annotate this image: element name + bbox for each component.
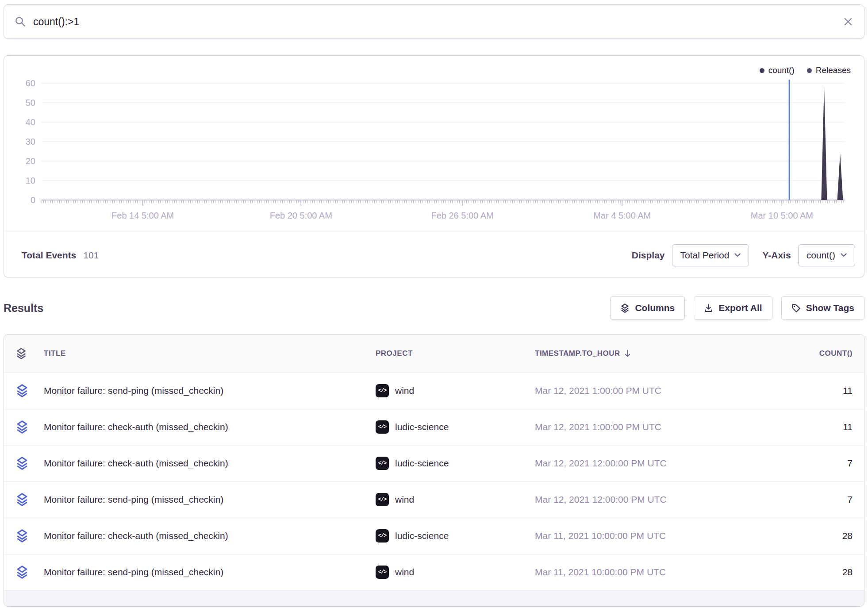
row-project[interactable]: </> wind <box>376 384 535 397</box>
project-name: wind <box>395 567 414 577</box>
results-title: Results <box>4 302 43 315</box>
svg-text:0: 0 <box>31 195 35 205</box>
stack-icon <box>15 529 44 543</box>
table-row[interactable]: Monitor failure: send-ping (missed_check… <box>4 373 864 409</box>
svg-text:Feb 20 5:00 AM: Feb 20 5:00 AM <box>270 211 332 220</box>
stack-icon <box>15 566 44 579</box>
table-body: Monitor failure: send-ping (missed_check… <box>4 373 864 591</box>
project-name: ludic-science <box>395 531 449 541</box>
row-title-link[interactable]: Monitor failure: check-auth (missed_chec… <box>44 458 376 469</box>
legend-item[interactable]: Releases <box>807 65 851 75</box>
table-footer <box>4 591 864 606</box>
svg-text:Mar 4 5:00 AM: Mar 4 5:00 AM <box>593 211 651 220</box>
row-timestamp: Mar 11, 2021 10:00:00 PM UTC <box>535 531 756 541</box>
svg-text:50: 50 <box>26 98 35 108</box>
table-row[interactable]: Monitor failure: check-auth (missed_chec… <box>4 409 864 446</box>
stack-icon <box>15 384 44 397</box>
project-platform-icon: </> <box>376 493 389 506</box>
stack-icon <box>620 304 630 313</box>
project-name: ludic-science <box>395 422 449 432</box>
svg-text:40: 40 <box>26 117 35 127</box>
total-events-label: Total Events <box>22 250 76 261</box>
chevron-down-icon <box>734 253 741 257</box>
svg-text:Mar 10 5:00 AM: Mar 10 5:00 AM <box>751 211 813 220</box>
table-header-row: TITLE PROJECT TIMESTAMP.TO_HOUR COUNT() <box>4 335 864 373</box>
legend-label: count() <box>768 65 795 75</box>
column-header-project[interactable]: PROJECT <box>376 349 535 358</box>
svg-text:Feb 26 5:00 AM: Feb 26 5:00 AM <box>431 211 493 220</box>
row-timestamp: Mar 12, 2021 1:00:00 PM UTC <box>535 422 756 432</box>
row-title-link[interactable]: Monitor failure: check-auth (missed_chec… <box>44 422 376 432</box>
row-count: 7 <box>756 494 853 505</box>
events-over-time-chart[interactable]: 0102030405060Feb 14 5:00 AMFeb 20 5:00 A… <box>4 56 865 233</box>
row-timestamp: Mar 12, 2021 12:00:00 PM UTC <box>535 458 756 469</box>
total-events-value: 101 <box>83 250 99 261</box>
project-platform-icon: </> <box>376 420 389 434</box>
svg-text:60: 60 <box>26 78 35 88</box>
project-name: wind <box>395 385 414 396</box>
svg-text:10: 10 <box>26 176 35 185</box>
column-header-count[interactable]: COUNT() <box>756 349 853 358</box>
project-platform-icon: </> <box>376 566 389 579</box>
stack-icon <box>15 420 44 434</box>
row-project[interactable]: </> ludic-science <box>376 529 535 543</box>
yaxis-label: Y-Axis <box>762 250 791 261</box>
chevron-down-icon <box>841 253 847 257</box>
row-project[interactable]: </> ludic-science <box>376 420 535 434</box>
sort-desc-icon <box>624 349 631 358</box>
columns-button[interactable]: Columns <box>610 296 685 320</box>
row-project[interactable]: </> wind <box>376 493 535 506</box>
stack-icon[interactable] <box>15 348 44 359</box>
column-header-title[interactable]: TITLE <box>44 349 376 358</box>
results-table: TITLE PROJECT TIMESTAMP.TO_HOUR COUNT() … <box>4 334 864 607</box>
row-title-link[interactable]: Monitor failure: check-auth (missed_chec… <box>44 531 376 541</box>
chart-legend: count() Releases <box>760 65 851 75</box>
events-chart-panel: count() Releases 0102030405060Feb 14 5:0… <box>4 55 864 277</box>
search-input[interactable] <box>33 16 836 28</box>
row-timestamp: Mar 11, 2021 10:00:00 PM UTC <box>535 567 756 577</box>
row-count: 11 <box>756 385 853 396</box>
stack-icon <box>15 493 44 506</box>
legend-label: Releases <box>816 65 851 75</box>
project-name: wind <box>395 494 414 505</box>
row-project[interactable]: </> wind <box>376 566 535 579</box>
display-dropdown-value: Total Period <box>680 250 730 261</box>
download-icon <box>704 304 713 313</box>
column-header-timestamp[interactable]: TIMESTAMP.TO_HOUR <box>535 349 756 358</box>
close-icon <box>843 16 853 27</box>
search-bar <box>4 4 864 39</box>
project-name: ludic-science <box>395 458 449 469</box>
results-bar: Results Columns Export All Show Tags <box>4 293 864 323</box>
project-platform-icon: </> <box>376 384 389 397</box>
legend-dot-icon <box>760 68 764 73</box>
legend-item[interactable]: count() <box>760 65 795 75</box>
display-label: Display <box>632 250 665 261</box>
svg-text:30: 30 <box>26 137 35 146</box>
export-all-button-label: Export All <box>718 303 762 313</box>
table-row[interactable]: Monitor failure: send-ping (missed_check… <box>4 554 864 591</box>
row-title-link[interactable]: Monitor failure: send-ping (missed_check… <box>44 385 376 396</box>
row-project[interactable]: </> ludic-science <box>376 457 535 470</box>
row-count: 28 <box>756 567 853 577</box>
row-timestamp: Mar 12, 2021 12:00:00 PM UTC <box>535 494 756 505</box>
svg-text:20: 20 <box>26 156 35 166</box>
row-count: 7 <box>756 458 853 469</box>
table-row[interactable]: Monitor failure: check-auth (missed_chec… <box>4 518 864 554</box>
search-icon <box>15 16 26 27</box>
row-title-link[interactable]: Monitor failure: send-ping (missed_check… <box>44 494 376 505</box>
display-dropdown[interactable]: Total Period <box>672 244 749 266</box>
row-title-link[interactable]: Monitor failure: send-ping (missed_check… <box>44 567 376 577</box>
svg-text:Feb 14 5:00 AM: Feb 14 5:00 AM <box>111 211 174 220</box>
legend-dot-icon <box>807 68 812 73</box>
table-row[interactable]: Monitor failure: check-auth (missed_chec… <box>4 446 864 482</box>
export-all-button[interactable]: Export All <box>694 296 772 320</box>
show-tags-button[interactable]: Show Tags <box>781 296 864 320</box>
table-row[interactable]: Monitor failure: send-ping (missed_check… <box>4 482 864 518</box>
yaxis-dropdown-value: count() <box>807 250 835 261</box>
yaxis-dropdown[interactable]: count() <box>798 244 855 266</box>
row-count: 11 <box>756 422 853 432</box>
stack-icon <box>15 457 44 470</box>
project-platform-icon: </> <box>376 529 389 543</box>
row-timestamp: Mar 12, 2021 1:00:00 PM UTC <box>535 385 756 396</box>
clear-search-button[interactable] <box>843 16 853 27</box>
